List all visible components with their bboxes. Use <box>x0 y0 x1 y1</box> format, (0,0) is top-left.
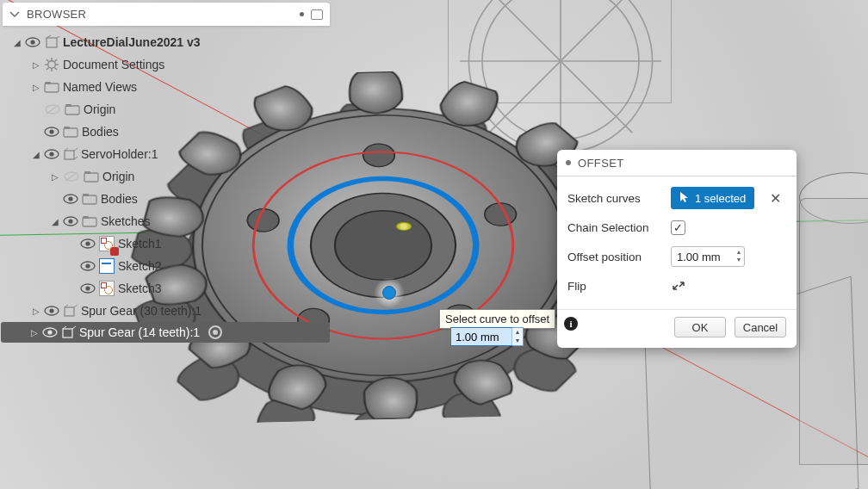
sketch-icon <box>99 281 115 296</box>
svg-point-61 <box>85 241 90 245</box>
tree-origin[interactable]: Origin <box>3 98 330 121</box>
offset-drag-handle[interactable] <box>379 282 400 303</box>
cancel-button[interactable]: Cancel <box>735 317 786 337</box>
svg-line-28 <box>46 59 49 62</box>
svg-point-57 <box>68 219 72 223</box>
lock-icon <box>110 247 119 256</box>
eye-icon[interactable] <box>63 216 78 226</box>
browser-header[interactable]: BROWSER <box>3 3 330 26</box>
offset-dialog: OFFSET Sketch curves 1 selected ✕ Chain … <box>557 150 797 348</box>
tree-sketch3[interactable]: Sketch3 <box>3 277 330 300</box>
svg-rect-59 <box>83 216 89 219</box>
cursor-icon <box>679 191 690 203</box>
panel-menu-icon[interactable] <box>300 12 304 16</box>
sketch-icon <box>99 236 115 251</box>
selection-chip[interactable]: 1 selected <box>671 187 754 209</box>
dialog-header[interactable]: OFFSET <box>557 150 797 176</box>
eye-icon[interactable] <box>42 327 58 337</box>
tree-bodies[interactable]: Bodies <box>3 121 330 143</box>
svg-rect-68 <box>65 307 74 316</box>
eye-hidden-icon[interactable] <box>63 168 80 185</box>
component-icon <box>61 325 76 340</box>
twisty-open-icon[interactable]: ◢ <box>51 217 59 226</box>
svg-line-70 <box>74 305 78 307</box>
eye-icon[interactable] <box>63 194 78 204</box>
eye-icon[interactable] <box>25 37 40 47</box>
svg-rect-41 <box>64 127 70 129</box>
tree-spur30[interactable]: ▷ Spur Gear (30 teeth):1 <box>3 300 330 322</box>
twisty-closed-icon[interactable]: ▷ <box>32 83 40 92</box>
tree-servo[interactable]: ◢ ServoHolder:1 <box>3 143 330 165</box>
svg-point-67 <box>49 308 53 313</box>
tree-doc-settings[interactable]: ▷ Document Settings <box>3 53 330 76</box>
tree-sketch2[interactable]: Sketch2 <box>3 255 330 277</box>
svg-rect-54 <box>83 195 96 204</box>
twisty-closed-icon[interactable]: ▷ <box>32 306 40 316</box>
ok-button[interactable]: OK <box>674 317 726 337</box>
spin-down-icon[interactable]: ▼ <box>512 337 523 345</box>
component-icon <box>63 147 78 162</box>
chain-selection-checkbox[interactable]: ✓ <box>671 220 685 235</box>
tree-label: Document Settings <box>63 58 164 71</box>
svg-point-43 <box>49 152 53 156</box>
tree-root[interactable]: ◢ LectureDialJune2021 v3 <box>3 31 330 53</box>
tree-servo-origin[interactable]: ▷ Origin <box>3 165 330 188</box>
clear-selection-icon[interactable]: ✕ <box>770 190 781 207</box>
twisty-closed-icon[interactable]: ▷ <box>32 60 40 70</box>
info-icon[interactable]: i <box>564 317 578 331</box>
tree-label: Bodies <box>101 192 138 206</box>
tree-spur14[interactable]: ▷ Spur Gear (14 teeth):1 <box>1 322 330 343</box>
svg-point-63 <box>85 263 90 268</box>
svg-line-31 <box>55 59 58 62</box>
folder-icon <box>82 193 97 205</box>
folder-icon <box>44 81 59 93</box>
twisty-closed-icon[interactable]: ▷ <box>30 328 39 337</box>
eye-icon[interactable] <box>80 283 96 294</box>
twisty-closed-icon[interactable]: ▷ <box>51 172 59 182</box>
svg-point-23 <box>48 61 56 69</box>
spin-down-icon[interactable]: ▼ <box>735 256 743 263</box>
folder-icon <box>84 170 99 183</box>
eye-icon[interactable] <box>80 261 96 271</box>
svg-rect-20 <box>46 38 57 47</box>
tree-sketches[interactable]: ◢ Sketches <box>3 210 330 232</box>
eye-icon[interactable] <box>44 149 59 159</box>
svg-rect-36 <box>65 106 79 115</box>
eye-icon[interactable] <box>44 306 59 316</box>
activate-radio-icon[interactable] <box>208 325 222 339</box>
tree-label: Sketches <box>101 214 151 228</box>
panel-minimize-icon[interactable] <box>311 9 323 20</box>
label-chain: Chain Selection <box>567 221 662 234</box>
tree-label: Spur Gear (30 teeth):1 <box>81 304 202 318</box>
spin-up-icon[interactable]: ▲ <box>512 328 523 337</box>
svg-rect-51 <box>84 171 90 174</box>
offset-inline-field[interactable] <box>451 328 512 345</box>
flip-icon[interactable] <box>671 278 686 294</box>
svg-rect-44 <box>65 151 74 159</box>
eye-icon[interactable] <box>80 238 96 249</box>
spin-up-icon[interactable]: ▲ <box>735 248 743 256</box>
tree-label: Named Views <box>63 80 137 94</box>
component-root-icon <box>44 34 59 50</box>
tree-label: Origin <box>84 102 115 116</box>
tree-label: Origin <box>102 170 134 183</box>
tooltip: Select curve to offset <box>439 309 555 329</box>
twisty-open-icon[interactable]: ◢ <box>32 150 40 159</box>
dialog-grip-icon[interactable] <box>566 160 571 165</box>
chevron-collapse-icon <box>9 9 20 20</box>
tree-servo-bodies[interactable]: Bodies <box>3 188 330 210</box>
offset-inline-input[interactable]: ▲ ▼ <box>450 327 524 346</box>
tree-named-views[interactable]: ▷ Named Views <box>3 76 330 98</box>
folder-icon <box>63 126 78 138</box>
tree-sketch1[interactable]: Sketch1 <box>3 232 330 255</box>
eye-icon[interactable] <box>44 127 59 137</box>
svg-line-75 <box>72 326 76 329</box>
browser-title: BROWSER <box>27 8 86 21</box>
twisty-open-icon[interactable]: ◢ <box>13 38 22 47</box>
tree-label: Sketch3 <box>118 282 162 295</box>
sketch-edit-icon <box>99 258 115 274</box>
svg-line-29 <box>55 68 58 71</box>
svg-point-53 <box>68 196 72 201</box>
eye-hidden-icon[interactable] <box>44 101 61 118</box>
folder-icon <box>65 103 80 115</box>
